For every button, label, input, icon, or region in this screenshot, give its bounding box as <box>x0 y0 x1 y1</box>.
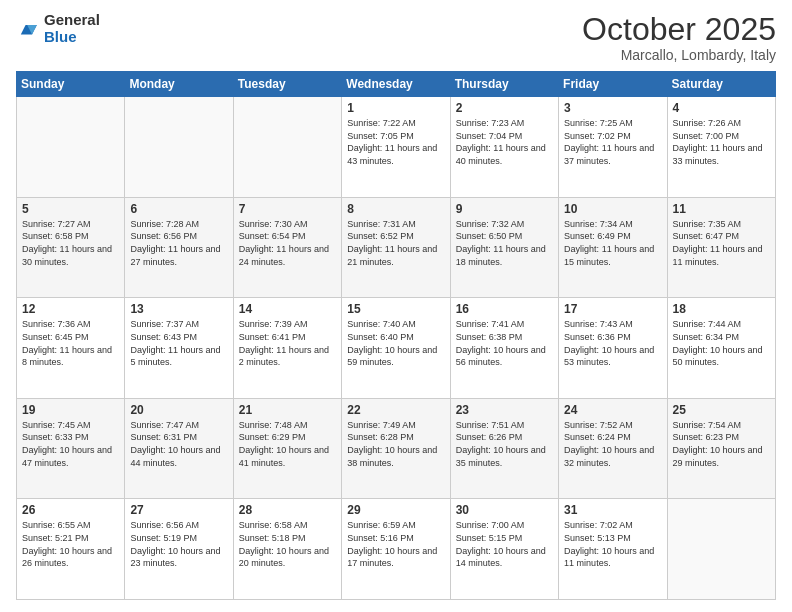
day-info: Sunrise: 7:45 AM Sunset: 6:33 PM Dayligh… <box>22 419 119 469</box>
calendar-cell: 12Sunrise: 7:36 AM Sunset: 6:45 PM Dayli… <box>17 298 125 399</box>
day-number: 31 <box>564 503 661 517</box>
calendar-cell: 30Sunrise: 7:00 AM Sunset: 5:15 PM Dayli… <box>450 499 558 600</box>
day-number: 18 <box>673 302 770 316</box>
col-friday: Friday <box>559 72 667 97</box>
calendar-cell: 7Sunrise: 7:30 AM Sunset: 6:54 PM Daylig… <box>233 197 341 298</box>
day-info: Sunrise: 7:27 AM Sunset: 6:58 PM Dayligh… <box>22 218 119 268</box>
day-info: Sunrise: 7:35 AM Sunset: 6:47 PM Dayligh… <box>673 218 770 268</box>
day-number: 24 <box>564 403 661 417</box>
day-info: Sunrise: 7:40 AM Sunset: 6:40 PM Dayligh… <box>347 318 444 368</box>
day-info: Sunrise: 7:47 AM Sunset: 6:31 PM Dayligh… <box>130 419 227 469</box>
day-info: Sunrise: 7:26 AM Sunset: 7:00 PM Dayligh… <box>673 117 770 167</box>
day-info: Sunrise: 7:30 AM Sunset: 6:54 PM Dayligh… <box>239 218 336 268</box>
day-number: 11 <box>673 202 770 216</box>
calendar-cell: 5Sunrise: 7:27 AM Sunset: 6:58 PM Daylig… <box>17 197 125 298</box>
day-number: 20 <box>130 403 227 417</box>
calendar-cell: 4Sunrise: 7:26 AM Sunset: 7:00 PM Daylig… <box>667 97 775 198</box>
day-number: 9 <box>456 202 553 216</box>
day-number: 16 <box>456 302 553 316</box>
calendar-cell: 2Sunrise: 7:23 AM Sunset: 7:04 PM Daylig… <box>450 97 558 198</box>
day-number: 8 <box>347 202 444 216</box>
calendar-week-row: 5Sunrise: 7:27 AM Sunset: 6:58 PM Daylig… <box>17 197 776 298</box>
col-saturday: Saturday <box>667 72 775 97</box>
day-number: 5 <box>22 202 119 216</box>
day-info: Sunrise: 7:43 AM Sunset: 6:36 PM Dayligh… <box>564 318 661 368</box>
logo-icon <box>16 17 40 41</box>
day-info: Sunrise: 7:51 AM Sunset: 6:26 PM Dayligh… <box>456 419 553 469</box>
day-info: Sunrise: 7:31 AM Sunset: 6:52 PM Dayligh… <box>347 218 444 268</box>
calendar-cell: 20Sunrise: 7:47 AM Sunset: 6:31 PM Dayli… <box>125 398 233 499</box>
calendar-cell <box>17 97 125 198</box>
calendar-cell: 18Sunrise: 7:44 AM Sunset: 6:34 PM Dayli… <box>667 298 775 399</box>
day-info: Sunrise: 7:22 AM Sunset: 7:05 PM Dayligh… <box>347 117 444 167</box>
calendar-cell <box>667 499 775 600</box>
calendar-cell: 25Sunrise: 7:54 AM Sunset: 6:23 PM Dayli… <box>667 398 775 499</box>
calendar-cell: 10Sunrise: 7:34 AM Sunset: 6:49 PM Dayli… <box>559 197 667 298</box>
calendar-week-row: 19Sunrise: 7:45 AM Sunset: 6:33 PM Dayli… <box>17 398 776 499</box>
calendar-table: Sunday Monday Tuesday Wednesday Thursday… <box>16 71 776 600</box>
day-info: Sunrise: 6:55 AM Sunset: 5:21 PM Dayligh… <box>22 519 119 569</box>
day-number: 14 <box>239 302 336 316</box>
calendar-week-row: 12Sunrise: 7:36 AM Sunset: 6:45 PM Dayli… <box>17 298 776 399</box>
calendar-cell: 16Sunrise: 7:41 AM Sunset: 6:38 PM Dayli… <box>450 298 558 399</box>
col-thursday: Thursday <box>450 72 558 97</box>
logo-text-general: General <box>44 12 100 29</box>
day-number: 23 <box>456 403 553 417</box>
calendar-cell: 17Sunrise: 7:43 AM Sunset: 6:36 PM Dayli… <box>559 298 667 399</box>
location: Marcallo, Lombardy, Italy <box>582 47 776 63</box>
calendar-cell: 23Sunrise: 7:51 AM Sunset: 6:26 PM Dayli… <box>450 398 558 499</box>
day-info: Sunrise: 7:36 AM Sunset: 6:45 PM Dayligh… <box>22 318 119 368</box>
calendar-cell: 21Sunrise: 7:48 AM Sunset: 6:29 PM Dayli… <box>233 398 341 499</box>
day-number: 4 <box>673 101 770 115</box>
day-info: Sunrise: 7:02 AM Sunset: 5:13 PM Dayligh… <box>564 519 661 569</box>
day-number: 6 <box>130 202 227 216</box>
day-number: 29 <box>347 503 444 517</box>
day-info: Sunrise: 7:41 AM Sunset: 6:38 PM Dayligh… <box>456 318 553 368</box>
calendar-cell: 27Sunrise: 6:56 AM Sunset: 5:19 PM Dayli… <box>125 499 233 600</box>
calendar-cell: 26Sunrise: 6:55 AM Sunset: 5:21 PM Dayli… <box>17 499 125 600</box>
day-number: 10 <box>564 202 661 216</box>
day-info: Sunrise: 7:37 AM Sunset: 6:43 PM Dayligh… <box>130 318 227 368</box>
col-sunday: Sunday <box>17 72 125 97</box>
calendar-cell: 22Sunrise: 7:49 AM Sunset: 6:28 PM Dayli… <box>342 398 450 499</box>
day-info: Sunrise: 7:54 AM Sunset: 6:23 PM Dayligh… <box>673 419 770 469</box>
calendar-cell: 24Sunrise: 7:52 AM Sunset: 6:24 PM Dayli… <box>559 398 667 499</box>
calendar-cell: 14Sunrise: 7:39 AM Sunset: 6:41 PM Dayli… <box>233 298 341 399</box>
calendar-cell: 31Sunrise: 7:02 AM Sunset: 5:13 PM Dayli… <box>559 499 667 600</box>
header: General Blue October 2025 Marcallo, Lomb… <box>16 12 776 63</box>
col-wednesday: Wednesday <box>342 72 450 97</box>
day-info: Sunrise: 7:48 AM Sunset: 6:29 PM Dayligh… <box>239 419 336 469</box>
calendar-cell: 13Sunrise: 7:37 AM Sunset: 6:43 PM Dayli… <box>125 298 233 399</box>
calendar-cell: 28Sunrise: 6:58 AM Sunset: 5:18 PM Dayli… <box>233 499 341 600</box>
day-number: 17 <box>564 302 661 316</box>
day-info: Sunrise: 7:44 AM Sunset: 6:34 PM Dayligh… <box>673 318 770 368</box>
calendar-header-row: Sunday Monday Tuesday Wednesday Thursday… <box>17 72 776 97</box>
month-title: October 2025 <box>582 12 776 47</box>
calendar-cell: 15Sunrise: 7:40 AM Sunset: 6:40 PM Dayli… <box>342 298 450 399</box>
calendar-cell <box>125 97 233 198</box>
day-info: Sunrise: 7:00 AM Sunset: 5:15 PM Dayligh… <box>456 519 553 569</box>
logo-text-blue: Blue <box>44 29 100 46</box>
day-number: 25 <box>673 403 770 417</box>
day-info: Sunrise: 7:52 AM Sunset: 6:24 PM Dayligh… <box>564 419 661 469</box>
calendar-week-row: 26Sunrise: 6:55 AM Sunset: 5:21 PM Dayli… <box>17 499 776 600</box>
day-number: 26 <box>22 503 119 517</box>
day-number: 30 <box>456 503 553 517</box>
day-info: Sunrise: 7:49 AM Sunset: 6:28 PM Dayligh… <box>347 419 444 469</box>
day-info: Sunrise: 7:25 AM Sunset: 7:02 PM Dayligh… <box>564 117 661 167</box>
day-info: Sunrise: 7:23 AM Sunset: 7:04 PM Dayligh… <box>456 117 553 167</box>
calendar-cell <box>233 97 341 198</box>
day-number: 28 <box>239 503 336 517</box>
day-number: 1 <box>347 101 444 115</box>
calendar-cell: 6Sunrise: 7:28 AM Sunset: 6:56 PM Daylig… <box>125 197 233 298</box>
day-number: 22 <box>347 403 444 417</box>
day-number: 12 <box>22 302 119 316</box>
day-number: 2 <box>456 101 553 115</box>
day-info: Sunrise: 6:59 AM Sunset: 5:16 PM Dayligh… <box>347 519 444 569</box>
calendar-cell: 3Sunrise: 7:25 AM Sunset: 7:02 PM Daylig… <box>559 97 667 198</box>
calendar-week-row: 1Sunrise: 7:22 AM Sunset: 7:05 PM Daylig… <box>17 97 776 198</box>
day-number: 15 <box>347 302 444 316</box>
day-info: Sunrise: 7:32 AM Sunset: 6:50 PM Dayligh… <box>456 218 553 268</box>
day-number: 13 <box>130 302 227 316</box>
day-info: Sunrise: 6:58 AM Sunset: 5:18 PM Dayligh… <box>239 519 336 569</box>
